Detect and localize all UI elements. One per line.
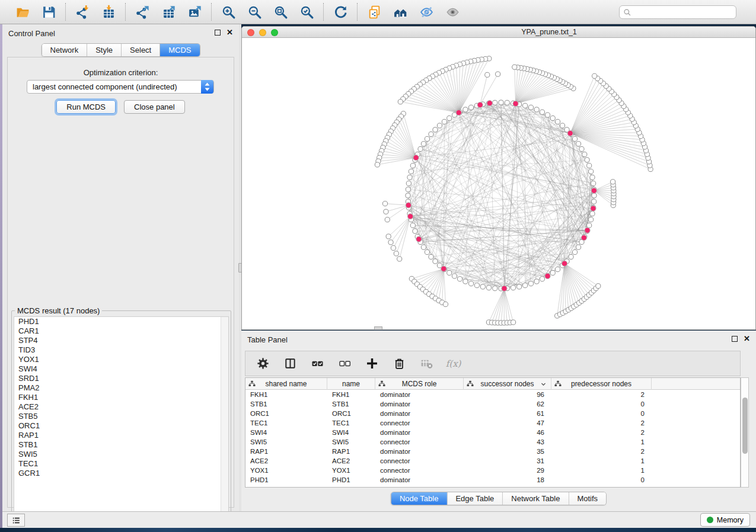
table-cell[interactable]: ORC1 [245,409,327,418]
table-cell[interactable]: 0 [551,409,652,418]
table-cell[interactable]: TEC1 [245,418,327,428]
table-cell[interactable]: 43 [464,437,551,447]
task-history-button[interactable] [7,514,25,527]
export-table-button[interactable] [159,2,178,21]
table-cell[interactable]: FKH1 [245,390,327,399]
tab-style[interactable]: Style [87,44,122,56]
table-cell[interactable]: dominator [375,409,464,418]
copy-network-button[interactable] [365,2,384,21]
table-scrollbar[interactable] [741,377,749,488]
table-row[interactable]: SWI5SWI5connector431 [245,437,740,447]
mcds-result-node[interactable]: STB5 [14,412,228,421]
column-header-successor-nodes[interactable]: successor nodes [464,378,551,390]
table-cell[interactable]: dominator [375,390,464,399]
float-table-panel-icon[interactable] [732,336,738,342]
criterion-dropdown[interactable]: largest connected component (undirected) [27,80,214,94]
mcds-result-node[interactable]: PHD1 [14,317,228,326]
mcds-result-node[interactable]: YOX1 [14,355,228,364]
table-cell[interactable]: 2 [551,447,652,456]
mcds-result-node[interactable]: SRD1 [14,374,228,383]
import-table-button[interactable] [99,2,118,21]
add-column-button[interactable] [363,355,381,373]
mcds-result-node[interactable]: ACE2 [14,402,228,412]
tab-select[interactable]: Select [122,44,160,56]
tab-motifs[interactable]: Motifs [569,492,606,505]
table-cell[interactable]: dominator [375,399,464,409]
network-canvas[interactable] [242,38,755,329]
table-row[interactable]: ACE2ACE2connector311 [245,456,740,466]
table-cell[interactable]: SWI4 [327,428,375,437]
select-all-button[interactable] [308,355,326,373]
table-cell[interactable]: PHD1 [327,475,375,485]
tab-network[interactable]: Network [42,44,87,56]
table-cell[interactable]: 1 [551,456,652,466]
table-cell[interactable]: YOX1 [245,466,327,475]
delete-column-button[interactable] [390,355,408,373]
table-scrollbar-thumb[interactable] [742,398,748,454]
table-row[interactable]: SWI4SWI4dominator462 [245,428,740,437]
table-cell[interactable]: 47 [464,418,551,428]
table-cell[interactable]: 96 [464,390,551,399]
search-input[interactable] [634,7,733,18]
horizontal-divider-handle[interactable] [374,326,382,330]
memory-button[interactable]: Memory [700,513,750,527]
toggle-column-panel-button[interactable] [281,355,299,373]
chevron-down-icon[interactable] [540,381,547,387]
table-cell[interactable]: PHD1 [245,475,327,485]
table-cell[interactable]: ORC1 [327,409,375,418]
run-mcds-button[interactable]: Run MCDS [56,100,116,114]
first-neighbors-button[interactable] [391,2,410,21]
table-cell[interactable]: 2 [551,418,652,428]
mcds-result-node[interactable]: TEC1 [14,459,228,469]
float-panel-icon[interactable] [215,30,221,36]
export-network-button[interactable] [133,2,152,21]
mcds-result-node[interactable]: GCR1 [14,469,228,478]
tab-mcds[interactable]: MCDS [160,44,199,56]
table-row[interactable]: ORC1ORC1dominator610 [245,409,740,418]
column-header-MCDS-role[interactable]: MCDS role [375,378,464,390]
export-image-button[interactable] [185,2,204,21]
mcds-result-node[interactable]: STP4 [14,336,228,345]
mcds-result-list[interactable]: PHD1CAR1STP4TID3YOX1SWI4SRD1PMA2FKH1ACE2… [14,316,229,524]
table-cell[interactable]: TEC1 [327,418,375,428]
mcds-result-node[interactable]: SWI5 [14,450,228,459]
mcds-result-node[interactable]: ORC1 [14,421,228,431]
mcds-result-node[interactable]: CAR1 [14,326,228,336]
table-cell[interactable]: dominator [375,428,464,437]
table-cell[interactable]: STB1 [327,399,375,409]
table-cell[interactable]: 18 [464,475,551,485]
mcds-result-node[interactable]: SWI4 [14,364,228,374]
table-cell[interactable]: connector [375,456,464,466]
mcds-result-node[interactable]: RAP1 [14,431,228,440]
table-cell[interactable]: connector [375,466,464,475]
table-cell[interactable]: connector [375,418,464,428]
zoom-out-button[interactable] [245,2,264,21]
table-cell[interactable]: ACE2 [327,456,375,466]
refresh-button[interactable] [331,2,350,21]
table-cell[interactable]: FKH1 [327,390,375,399]
close-panel-icon[interactable]: ✕ [227,30,233,36]
save-button[interactable] [39,2,58,21]
tab-node-table[interactable]: Node Table [391,492,448,505]
table-cell[interactable]: 1 [551,437,652,447]
table-row[interactable]: FKH1FKH1dominator962 [245,390,740,399]
table-cell[interactable]: 31 [464,456,551,466]
table-cell[interactable]: 46 [464,428,551,437]
close-table-panel-icon[interactable]: ✕ [744,336,750,342]
tab-edge-table[interactable]: Edge Table [447,492,503,505]
column-header-predecessor-nodes[interactable]: predecessor nodes [551,378,652,390]
mcds-result-node[interactable]: TID3 [14,345,228,355]
deselect-all-button[interactable] [336,355,353,373]
close-panel-button[interactable]: Close panel [124,100,185,114]
zoom-fit-button[interactable] [271,2,290,21]
table-cell[interactable]: ACE2 [245,456,327,466]
table-cell[interactable]: dominator [375,475,464,485]
table-cell[interactable]: RAP1 [327,447,375,456]
table-cell[interactable]: 1 [551,466,652,475]
zoom-in-button[interactable] [219,2,238,21]
hide-selected-button[interactable] [417,2,436,21]
table-cell[interactable]: YOX1 [327,466,375,475]
column-header-name[interactable]: name [327,378,375,390]
table-cell[interactable]: connector [375,437,464,447]
result-list-scrollbar[interactable] [221,317,228,524]
